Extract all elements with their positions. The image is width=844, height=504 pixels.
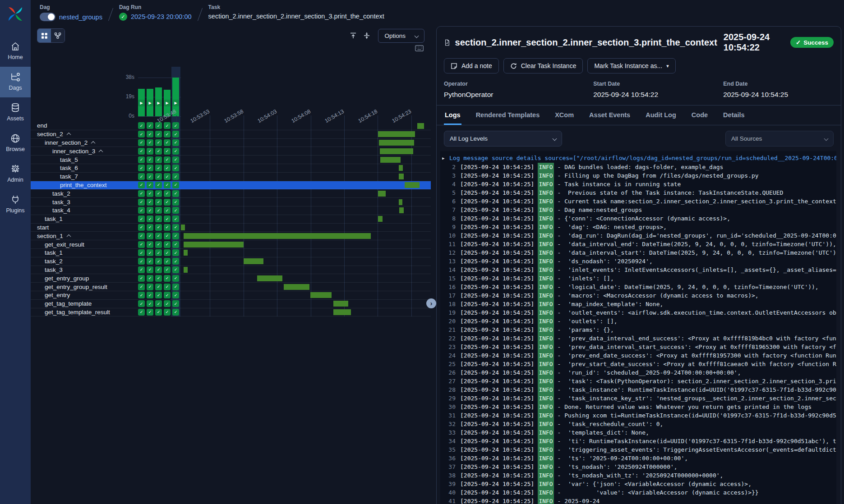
task-row-start[interactable]: start✓✓✓✓✓ bbox=[31, 224, 431, 232]
gantt-bar-get_entry_group[interactable] bbox=[257, 275, 282, 281]
task-instance-success-icon[interactable]: ✓ bbox=[138, 182, 145, 188]
task-instance-success-icon[interactable]: ✓ bbox=[155, 266, 162, 273]
task-instance-success-icon[interactable]: ✓ bbox=[155, 156, 162, 163]
task-instance-success-icon[interactable]: ✓ bbox=[147, 165, 153, 171]
task-instance-success-icon[interactable]: ✓ bbox=[172, 266, 179, 273]
task-instance-success-icon[interactable]: ✓ bbox=[155, 284, 162, 290]
gantt-bar-task_2[interactable] bbox=[378, 191, 386, 197]
collapse-group-icon[interactable] bbox=[66, 133, 71, 137]
task-instance-success-icon[interactable]: ✓ bbox=[164, 284, 171, 290]
task-row-task_4[interactable]: task_4✓✓✓✓✓ bbox=[31, 206, 431, 215]
task-instance-success-icon[interactable]: ✓ bbox=[147, 224, 153, 231]
task-instance-success-icon[interactable]: ✓ bbox=[172, 148, 179, 155]
gantt-bar-section_1[interactable] bbox=[184, 233, 371, 239]
task-instance-success-icon[interactable]: ✓ bbox=[155, 173, 162, 180]
task-instance-success-icon[interactable]: ✓ bbox=[155, 233, 162, 239]
dag-run-state-icon[interactable]: ▶ bbox=[138, 100, 145, 106]
task-instance-success-icon[interactable]: ✓ bbox=[172, 139, 179, 146]
task-instance-success-icon[interactable]: ✓ bbox=[164, 207, 171, 214]
task-instance-success-icon[interactable]: ✓ bbox=[138, 122, 145, 129]
graph-view-button[interactable] bbox=[51, 29, 65, 42]
gantt-bar-task_5[interactable] bbox=[380, 157, 401, 163]
task-row-task_7[interactable]: task_7✓✓✓✓✓ bbox=[31, 173, 431, 181]
task-instance-success-icon[interactable]: ✓ bbox=[172, 182, 179, 188]
task-row-inner_section_2[interactable]: inner_section_2✓✓✓✓✓ bbox=[31, 139, 431, 147]
align-center-button[interactable] bbox=[360, 29, 374, 42]
gantt-bar-get_entry[interactable] bbox=[310, 292, 332, 298]
task-instance-success-icon[interactable]: ✓ bbox=[164, 292, 171, 298]
task-instance-success-icon[interactable]: ✓ bbox=[147, 139, 153, 146]
dag-run-state-icon[interactable]: ▶ bbox=[164, 100, 171, 106]
sidebar-item-home[interactable]: Home bbox=[0, 36, 31, 67]
task-row-task_3[interactable]: task_3✓✓✓✓✓ bbox=[31, 266, 431, 275]
task-row-get_exit_result[interactable]: get_exit_result✓✓✓✓✓ bbox=[31, 240, 431, 249]
dag-run-state-icon[interactable]: ▶ bbox=[147, 100, 153, 106]
task-instance-success-icon[interactable]: ✓ bbox=[147, 148, 153, 155]
sidebar-item-browse[interactable]: Browse bbox=[0, 128, 31, 159]
tab-logs[interactable]: Logs bbox=[444, 105, 461, 125]
task-instance-success-icon[interactable]: ✓ bbox=[172, 258, 179, 265]
task-instance-success-icon[interactable]: ✓ bbox=[155, 300, 162, 307]
tab-rendered-templates[interactable]: Rendered Templates bbox=[475, 105, 541, 125]
task-instance-success-icon[interactable]: ✓ bbox=[164, 233, 171, 239]
clear-task-instance-button[interactable]: Clear Task Instance bbox=[503, 58, 583, 73]
task-instance-success-icon[interactable]: ✓ bbox=[164, 241, 171, 248]
gantt-bar-get_tag_template[interactable] bbox=[333, 301, 348, 307]
task-instance-success-icon[interactable]: ✓ bbox=[155, 258, 162, 265]
task-instance-success-icon[interactable]: ✓ bbox=[164, 249, 171, 256]
task-instance-success-icon[interactable]: ✓ bbox=[138, 224, 145, 231]
grid-view-button[interactable] bbox=[37, 29, 51, 42]
task-instance-success-icon[interactable]: ✓ bbox=[164, 224, 171, 231]
task-instance-success-icon[interactable]: ✓ bbox=[164, 275, 171, 282]
task-row-task_1[interactable]: task_1✓✓✓✓✓ bbox=[31, 249, 431, 257]
task-instance-success-icon[interactable]: ✓ bbox=[172, 241, 179, 248]
task-instance-success-icon[interactable]: ✓ bbox=[147, 284, 153, 290]
collapse-group-icon[interactable] bbox=[99, 150, 103, 154]
gantt-bar-section_2[interactable] bbox=[378, 131, 415, 137]
dag-link[interactable]: nested_groups bbox=[59, 14, 102, 21]
task-instance-success-icon[interactable]: ✓ bbox=[138, 300, 145, 307]
task-instance-success-icon[interactable]: ✓ bbox=[138, 131, 145, 137]
task-instance-success-icon[interactable]: ✓ bbox=[138, 309, 145, 316]
dag-run-state-icon[interactable]: ▶ bbox=[155, 100, 162, 106]
task-instance-success-icon[interactable]: ✓ bbox=[155, 131, 162, 137]
task-instance-success-icon[interactable]: ✓ bbox=[155, 139, 162, 146]
task-instance-success-icon[interactable]: ✓ bbox=[147, 233, 153, 239]
expand-triangle-icon[interactable]: ▶ bbox=[442, 154, 449, 163]
task-instance-success-icon[interactable]: ✓ bbox=[138, 165, 145, 171]
task-instance-success-icon[interactable]: ✓ bbox=[138, 207, 145, 214]
mark-task-instance-as-button[interactable]: Mark Task Instance as...▾ bbox=[587, 58, 675, 73]
task-instance-success-icon[interactable]: ✓ bbox=[164, 182, 171, 188]
task-row-get_entry_group[interactable]: get_entry_group✓✓✓✓✓ bbox=[31, 274, 431, 283]
task-instance-success-icon[interactable]: ✓ bbox=[172, 233, 179, 239]
task-instance-success-icon[interactable]: ✓ bbox=[155, 190, 162, 197]
task-instance-success-icon[interactable]: ✓ bbox=[147, 173, 153, 180]
tab-details[interactable]: Details bbox=[722, 105, 746, 125]
task-instance-success-icon[interactable]: ✓ bbox=[172, 165, 179, 171]
task-row-section_1[interactable]: section_1✓✓✓✓✓ bbox=[31, 232, 431, 240]
task-instance-success-icon[interactable]: ✓ bbox=[147, 156, 153, 163]
task-instance-success-icon[interactable]: ✓ bbox=[172, 131, 179, 137]
task-instance-success-icon[interactable]: ✓ bbox=[147, 275, 153, 282]
task-instance-success-icon[interactable]: ✓ bbox=[164, 173, 171, 180]
task-instance-success-icon[interactable]: ✓ bbox=[164, 190, 171, 197]
task-row-get_entry_group_result[interactable]: get_entry_group_result✓✓✓✓✓ bbox=[31, 283, 431, 291]
task-instance-success-icon[interactable]: ✓ bbox=[155, 249, 162, 256]
options-button[interactable]: Options bbox=[378, 29, 424, 43]
task-row-task_3[interactable]: task_3✓✓✓✓✓ bbox=[31, 198, 431, 206]
task-instance-success-icon[interactable]: ✓ bbox=[138, 292, 145, 298]
gantt-bar-task_7[interactable] bbox=[399, 174, 404, 179]
task-instance-success-icon[interactable]: ✓ bbox=[147, 292, 153, 298]
gantt-bar-get_entry_group_result[interactable] bbox=[284, 284, 309, 290]
task-instance-success-icon[interactable]: ✓ bbox=[172, 300, 179, 307]
collapse-group-icon[interactable] bbox=[91, 141, 96, 146]
task-instance-success-icon[interactable]: ✓ bbox=[164, 165, 171, 171]
task-instance-success-icon[interactable]: ✓ bbox=[147, 249, 153, 256]
task-instance-success-icon[interactable]: ✓ bbox=[138, 266, 145, 273]
panel-expand-button[interactable]: › bbox=[426, 298, 436, 308]
task-instance-success-icon[interactable]: ✓ bbox=[155, 241, 162, 248]
task-instance-success-icon[interactable]: ✓ bbox=[147, 215, 153, 222]
task-instance-success-icon[interactable]: ✓ bbox=[147, 182, 153, 188]
task-instance-success-icon[interactable]: ✓ bbox=[164, 300, 171, 307]
task-instance-success-icon[interactable]: ✓ bbox=[172, 122, 179, 129]
